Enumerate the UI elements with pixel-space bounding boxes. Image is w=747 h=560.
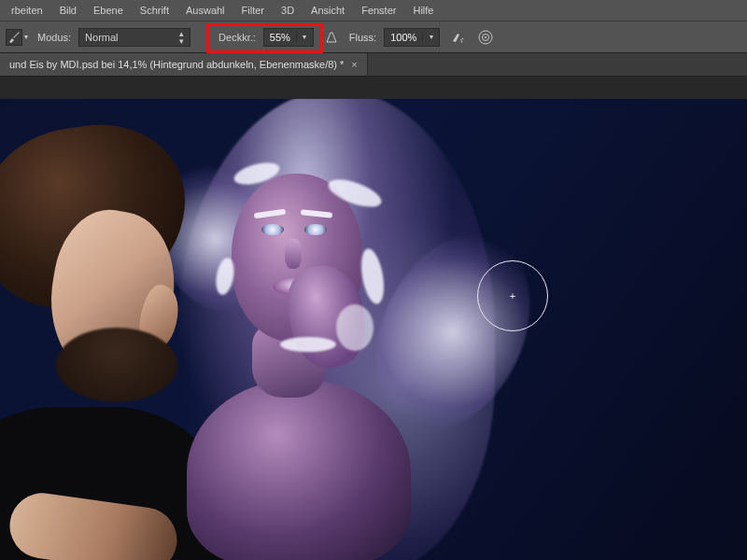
- chevron-down-icon[interactable]: ▾: [422, 33, 439, 41]
- menu-window[interactable]: Fenster: [354, 2, 403, 19]
- brush-cursor: [477, 260, 548, 331]
- menu-select[interactable]: Auswahl: [178, 2, 233, 19]
- mode-label: Modus:: [37, 32, 71, 43]
- menu-3d[interactable]: 3D: [274, 2, 302, 19]
- artwork: [0, 99, 747, 560]
- svg-point-2: [461, 41, 463, 43]
- menu-view[interactable]: Ansicht: [303, 2, 352, 19]
- canvas[interactable]: [0, 99, 747, 560]
- blend-mode-dropdown[interactable]: Normal ▴▾: [78, 28, 190, 47]
- svg-point-0: [461, 39, 463, 41]
- updown-icon: ▴▾: [179, 30, 184, 45]
- tool-preset-dropdown[interactable]: ▾: [22, 33, 30, 41]
- menu-edit[interactable]: rbeiten: [4, 2, 50, 19]
- chevron-down-icon[interactable]: ▾: [296, 33, 313, 41]
- blend-mode-value: Normal: [85, 32, 118, 43]
- svg-point-5: [485, 36, 486, 38]
- menu-image[interactable]: Bild: [52, 2, 84, 19]
- document-tab[interactable]: und Eis by MDI.psd bei 14,1% (Hintegrund…: [0, 53, 368, 76]
- flow-label: Fluss:: [349, 32, 376, 43]
- menubar: rbeiten Bild Ebene Schrift Auswahl Filte…: [0, 0, 747, 21]
- document-tab-bar: und Eis by MDI.psd bei 14,1% (Hintegrund…: [0, 52, 747, 77]
- menu-layer[interactable]: Ebene: [86, 2, 131, 19]
- menu-type[interactable]: Schrift: [133, 2, 176, 19]
- menu-help[interactable]: Hilfe: [405, 2, 441, 19]
- flow-field[interactable]: 100% ▾: [384, 28, 440, 47]
- close-icon[interactable]: ×: [351, 59, 357, 70]
- opacity-value: 55%: [264, 32, 296, 43]
- options-bar: ▾ Modus: Normal ▴▾ Deckkr.: 55% ▾ Fluss:…: [0, 21, 747, 52]
- menu-filter[interactable]: Filter: [234, 2, 272, 19]
- tablet-pressure-size-button[interactable]: [475, 27, 496, 48]
- airbrush-button[interactable]: [447, 27, 468, 48]
- document-tab-title: und Eis by MDI.psd bei 14,1% (Hintegrund…: [9, 59, 344, 70]
- opacity-label: Deckkr.:: [218, 32, 256, 43]
- flow-value: 100%: [385, 32, 422, 43]
- svg-point-1: [462, 37, 464, 39]
- tool-preset-picker[interactable]: [6, 29, 22, 46]
- tablet-pressure-opacity-button[interactable]: [321, 27, 342, 48]
- brush-icon: [7, 31, 21, 44]
- workspace-gap: [0, 77, 747, 99]
- opacity-field[interactable]: 55% ▾: [263, 28, 314, 47]
